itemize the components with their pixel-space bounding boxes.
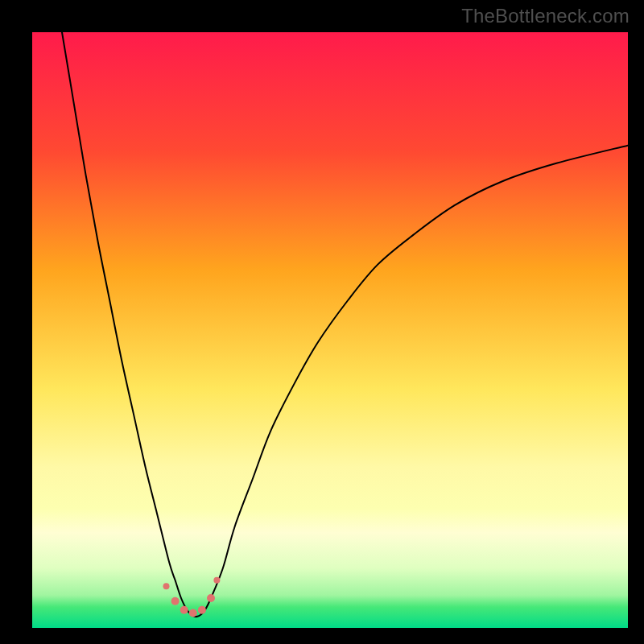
chart-frame: TheBottleneck.com	[0, 0, 644, 644]
watermark-text: TheBottleneck.com	[461, 5, 630, 27]
plot-area	[32, 32, 628, 628]
svg-rect-0	[32, 32, 628, 628]
background-gradient	[32, 32, 628, 628]
